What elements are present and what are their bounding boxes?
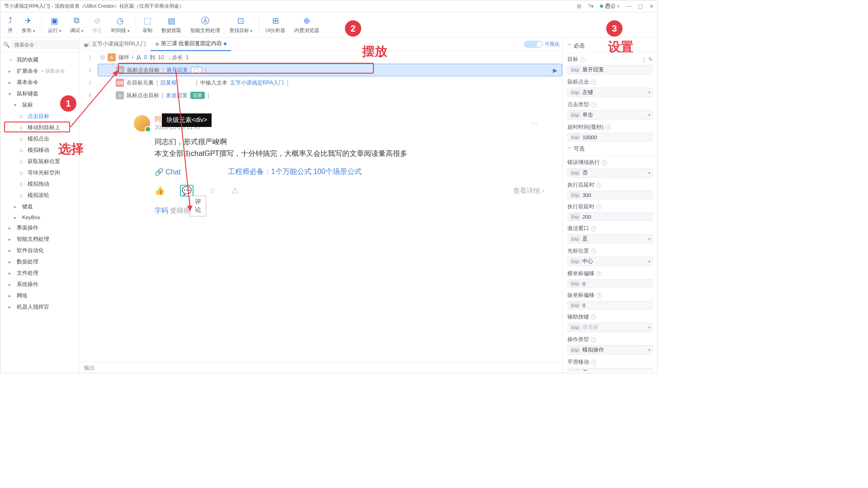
help-icon[interactable]: ? (580, 57, 585, 62)
code-line-2[interactable]: ⊙ 鼠标点击目标 [展开回复 ◯ ] ▶ (98, 64, 562, 76)
help-icon[interactable]: ? (605, 125, 611, 130)
tree-模拟拖动[interactable]: ◇模拟拖动 (0, 178, 79, 190)
toolbar-内置浏览器[interactable]: ⊕内置浏览器 (290, 14, 324, 36)
tree-数据处理[interactable]: ▸数据处理 (0, 256, 79, 267)
help-icon[interactable]: ? (591, 314, 596, 320)
code-editor[interactable]: 1234 ⊟ ↻ 循环 i 从0 到10 ，步长1 ⊙ 鼠标点击目标 [展开 (80, 51, 562, 362)
tree-模拟滚轮[interactable]: ◇模拟滚轮 (0, 190, 79, 201)
tree-机器人指挥官[interactable]: ▸机器人指挥官 (0, 301, 79, 313)
close-icon[interactable]: ✕ (649, 3, 654, 9)
prop-value-鼠标点击[interactable]: Exp左键▾ (567, 88, 653, 97)
code-line-4[interactable]: ⊙ 鼠标点击目标 [发送回复 回复 ] (98, 89, 562, 102)
command-panel: 🔍 ▣ ☆我的收藏▸扩展命令+ 获取命令▸基本命令▾鼠标键盘▾鼠标◇点击目标◇移… (0, 38, 80, 373)
post-menu-icon[interactable]: ⋯ (531, 119, 539, 127)
tree-KeyBox[interactable]: ▸KeyBox (0, 212, 79, 222)
help-icon[interactable]: ? (596, 293, 602, 298)
tree-等待光标空闲[interactable]: ◇等待光标空闲 (0, 167, 79, 178)
prop-操作类型: 操作类型? Exp模拟操作▾ (563, 333, 657, 356)
prop-激活窗口: 激活窗口? Exp是▾ (563, 222, 657, 244)
toolbar-序[interactable]: ⤴序 (3, 14, 17, 36)
like-icon[interactable]: 👍 (155, 186, 165, 196)
help-icon[interactable]: ? (591, 80, 596, 85)
annotation-3: 3 (606, 20, 623, 37)
maximize-icon[interactable]: ▢ (638, 3, 643, 9)
prop-value-错误继续执行[interactable]: Exp否▾ (567, 168, 653, 178)
get-command-link[interactable]: + 获取命令 (41, 68, 65, 75)
output-panel[interactable]: 输出 (80, 362, 562, 373)
toolbar-UI分析器[interactable]: ⊞UI分析器 (261, 14, 290, 36)
run-line-icon[interactable]: ▶ (553, 67, 557, 74)
section-optional[interactable]: ⌃可选 (563, 142, 657, 156)
prop-value-纵坐标偏移[interactable]: Exp0 (567, 301, 653, 310)
tab-五节小课搞定RPA入门[interactable]: ⌂五节小课搞定RPA入门 (82, 38, 151, 51)
visual-mode-switch[interactable]: 可视化 (524, 41, 560, 48)
preview-post: ⋯ 阿愚呱呱 2023-10-26 11:47 同志们，形式很严峻啊 本文全部由… (134, 115, 544, 215)
help-icon[interactable]: ? (596, 183, 602, 188)
tree-移动到目标上[interactable]: ◇移动到目标上 (0, 122, 79, 133)
code-line-3[interactable]: ⌨ 在目标元素 [回复框] 中输入文本 五节小课搞定RPA入门] (98, 76, 562, 89)
help-icon[interactable]: ? (591, 360, 596, 365)
avatar (134, 115, 150, 131)
prop-value-辅助按键[interactable]: Exp请选择▾ (567, 323, 653, 332)
toolbar-运行[interactable]: ▣运行 ▾ (43, 14, 66, 36)
toolbar-发布[interactable]: ✈发布 ▾ (17, 14, 39, 36)
toolbar-调试[interactable]: ⧉调试 ▾ (66, 14, 88, 36)
annotation-2: 2 (345, 20, 361, 37)
help-icon[interactable]: ? (591, 102, 596, 108)
annotation-label-1: 选择 (58, 141, 84, 158)
prop-执行后延时: 执行后延时? Exp300 (563, 178, 657, 200)
user-menu[interactable]: 愚公▾ (600, 2, 620, 10)
help-icon[interactable]: ? (591, 337, 596, 343)
help-icon[interactable]: ? (591, 226, 596, 231)
help-icon[interactable]: ? (596, 204, 602, 210)
prop-value-点击类型[interactable]: Exp单击▾ (567, 110, 653, 120)
prop-value-目标[interactable]: Exp展开回复 (567, 65, 653, 75)
prop-平滑移动: 平滑移动? Exp否▾ (563, 356, 657, 371)
prop-value-平滑移动[interactable]: Exp否▾ (567, 368, 653, 371)
tree-我的收藏[interactable]: ☆我的收藏 (0, 54, 79, 66)
prop-value-光标位置[interactable]: Exp中心▾ (567, 257, 653, 266)
prop-错误继续执行: 错误继续执行? Exp否▾ (563, 156, 657, 178)
prop-value-执行前延时[interactable]: Exp200 (567, 212, 653, 221)
properties-panel: ⌃必选 目标?⋮ ✎ Exp展开回复鼠标点击? Exp左键▾点击类型? Exp单… (562, 38, 657, 373)
search-input[interactable] (12, 40, 80, 49)
tree-基本命令[interactable]: ▸基本命令 (0, 77, 79, 88)
tree-网络[interactable]: ▸网络 (0, 290, 79, 301)
post-link[interactable]: 🔗Chat 块级元素<div> 工程师必备：1个万能公式 100个场景公式 (155, 167, 544, 177)
minimize-icon[interactable]: — (626, 3, 632, 9)
post-footer: 字码 觉得很 (155, 206, 544, 215)
comment-icon[interactable]: 💬 评论 (180, 185, 193, 197)
tree-智能文档处理[interactable]: ▸智能文档处理 (0, 234, 79, 245)
tree-系统操作[interactable]: ▸系统操作 (0, 279, 79, 290)
toolbar-时间线[interactable]: ◷时间线 ▾ (107, 14, 134, 36)
comment-tooltip: 评论 (190, 196, 206, 216)
prop-辅助按键: 辅助按键? Exp请选择▾ (563, 310, 657, 333)
prop-value-激活窗口[interactable]: Exp是▾ (567, 234, 653, 244)
tree-软件自动化[interactable]: ▸软件自动化 (0, 245, 79, 256)
prop-value-横坐标偏移[interactable]: Exp0 (567, 279, 653, 288)
code-line-1[interactable]: ⊟ ↻ 循环 i 从0 到10 ，步长1 (98, 51, 562, 64)
toolbar-数据抓取[interactable]: ▤数据抓取 (157, 14, 186, 36)
apps-icon[interactable]: ⊞ (577, 3, 581, 9)
editor-tabs: ⌂五节小课搞定RPA入门◈第三课 批量回复固定内容 可视化 (80, 38, 562, 51)
help-icon[interactable]: ? (602, 160, 607, 165)
help-icon[interactable]: ?▾ (588, 3, 594, 9)
warn-icon[interactable]: ⚠ (231, 186, 239, 196)
prop-value-操作类型[interactable]: Exp模拟操作▾ (567, 345, 653, 355)
toolbar-智能文档处理[interactable]: Ⓐ智能文档处理 (186, 14, 225, 36)
tree-界面操作[interactable]: ▸界面操作 (0, 222, 79, 234)
star-icon[interactable]: ☆ (209, 186, 216, 196)
toolbar-查找目标[interactable]: ⊡查找目标 ▾ (225, 14, 257, 36)
tree-文件处理[interactable]: ▸文件处理 (0, 267, 79, 279)
view-detail-link[interactable]: 查看详情 › (513, 187, 544, 195)
tab-第三课 批量回复固定内容[interactable]: ◈第三课 批量回复固定内容 (151, 37, 231, 51)
tree-点击目标[interactable]: ◇点击目标 (0, 111, 79, 122)
prop-纵坐标偏移: 纵坐标偏移? Exp0 (563, 289, 657, 310)
prop-value-超时时间(毫秒)[interactable]: Exp10000 (567, 133, 653, 141)
help-icon[interactable]: ? (591, 249, 596, 254)
tree-键盘[interactable]: ▸键盘 (0, 201, 79, 212)
help-icon[interactable]: ? (596, 271, 602, 277)
toolbar-录制[interactable]: ⬚录制 (138, 14, 157, 36)
prop-value-执行后延时[interactable]: Exp300 (567, 191, 653, 199)
tree-扩展命令[interactable]: ▸扩展命令+ 获取命令 (0, 66, 79, 77)
